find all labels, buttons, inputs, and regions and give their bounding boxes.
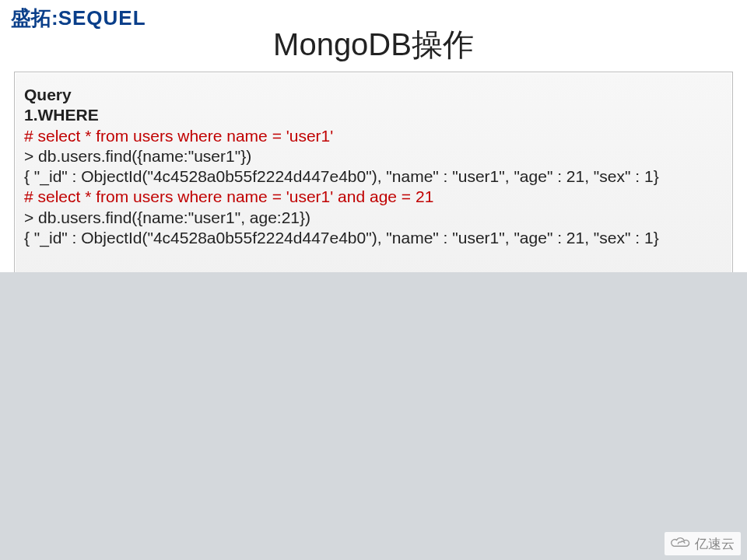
code-mongo-query-2: > db.users.find({name:"user1", age:21})	[24, 208, 723, 228]
code-result-1: { "_id" : ObjectId("4c4528a0b55f2224d447…	[24, 166, 723, 187]
watermark-text: 亿速云	[695, 535, 735, 553]
slide-title: MongoDB操作	[0, 23, 747, 66]
background-pattern	[0, 272, 747, 560]
code-sql-comment-1: # select * from users where name = 'user…	[24, 126, 723, 146]
code-mongo-query-1: > db.users.find({name:"user1"})	[24, 146, 723, 166]
code-heading-where: 1.WHERE	[24, 105, 723, 125]
code-heading-query: Query	[24, 85, 723, 105]
watermark-badge: 亿速云	[665, 532, 741, 555]
code-example-box: Query 1.WHERE # select * from users wher…	[14, 72, 733, 286]
code-result-2: { "_id" : ObjectId("4c4528a0b55f2224d447…	[24, 228, 723, 248]
cloud-icon	[669, 534, 691, 554]
code-sql-comment-2: # select * from users where name = 'user…	[24, 187, 723, 207]
